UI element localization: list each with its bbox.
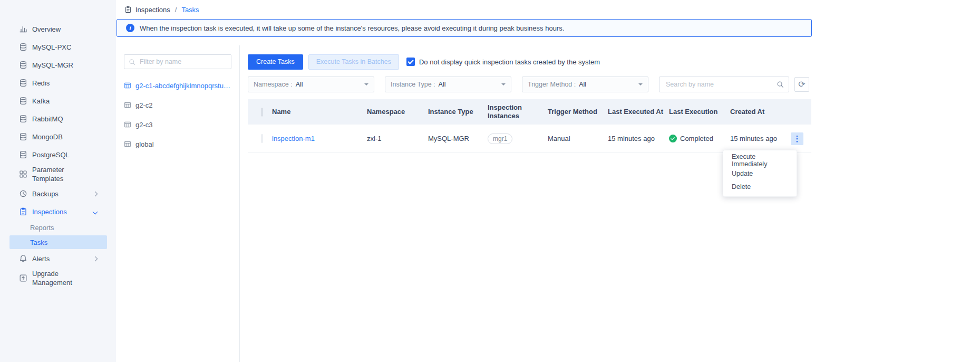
sidebar-item-mysql-mgr[interactable]: MySQL-MGR	[0, 56, 116, 74]
sidebar-item-reports[interactable]: Reports	[0, 221, 116, 235]
backups-icon	[19, 189, 27, 198]
breadcrumb-current[interactable]: Tasks	[181, 6, 199, 14]
menu-item-delete[interactable]: Delete	[723, 180, 797, 193]
refresh-button[interactable]: ⟳	[794, 77, 809, 92]
tree-item-g2-c2[interactable]: g2-c2	[124, 97, 231, 113]
cell-namespace: zxl-1	[367, 135, 428, 142]
hide-quick-tasks-label: Do not display quick inspection tasks cr…	[419, 58, 600, 66]
cluster-tree-panel: g2-c1-abcdefghijklmnopqrstuvwx... g2-c2 …	[116, 45, 240, 362]
instance-tag: mgr1	[488, 134, 512, 144]
breadcrumb: Inspections / Tasks	[116, 0, 980, 19]
sidebar-item-label: Upgrade Management	[32, 269, 85, 287]
tree-item-label: g2-c2	[135, 101, 153, 109]
tree-filter-input[interactable]	[139, 58, 227, 66]
sidebar-item-backups[interactable]: Backups	[0, 185, 116, 203]
select-all-checkbox[interactable]	[261, 108, 263, 117]
column-header-namespace: Namespace	[367, 104, 428, 119]
namespace-select[interactable]: Namespace : All	[248, 77, 374, 92]
tasks-table: Name Namespace Instance Type Inspection …	[248, 99, 811, 153]
sidebar-item-label: MySQL-MGR	[32, 61, 73, 70]
cell-instance-type: MySQL-MGR	[428, 135, 488, 142]
tree-item-global[interactable]: global	[124, 136, 231, 152]
cell-last-execution: Completed	[669, 135, 730, 142]
search-input[interactable]	[665, 80, 777, 89]
sidebar-item-redis[interactable]: Redis	[0, 74, 116, 92]
status-text: Completed	[680, 135, 713, 142]
inspections-breadcrumb-icon	[124, 6, 132, 13]
table-row: inspection-m1 zxl-1 MySQL-MGR mgr1 Manua…	[248, 125, 811, 153]
search-by-name	[659, 77, 789, 92]
overview-icon	[19, 25, 27, 33]
chevron-down-icon	[501, 83, 506, 85]
inspections-icon	[19, 207, 27, 216]
create-tasks-button[interactable]: Create Tasks	[248, 54, 303, 70]
instance-type-select[interactable]: Instance Type : All	[385, 77, 511, 92]
breadcrumb-separator: /	[175, 6, 177, 14]
sidebar-subitem-label: Reports	[30, 224, 54, 232]
column-header-inspection-instances: Inspection Instances	[488, 100, 548, 123]
tree-item-label: global	[135, 140, 154, 148]
sidebar-item-postgresql[interactable]: PostgreSQL	[0, 146, 116, 164]
sidebar-item-mongodb[interactable]: MongoDB	[0, 128, 116, 146]
sidebar-item-rabbitmq[interactable]: RabbitMQ	[0, 110, 116, 128]
mysql-pxc-icon	[19, 43, 27, 51]
info-alert: i When the inspection task is executed, …	[117, 19, 812, 37]
table-header: Name Namespace Instance Type Inspection …	[248, 99, 811, 125]
trigger-method-select-label: Trigger Method :	[528, 81, 576, 88]
namespace-select-value: All	[296, 81, 303, 88]
chevron-down-icon	[638, 83, 643, 85]
row-actions-kebab-icon[interactable]: ⋮	[791, 132, 803, 145]
tree-item-label: g2-c1-abcdefghijklmnopqrstuvwx...	[135, 82, 231, 90]
cluster-icon	[124, 121, 131, 128]
sidebar-item-label: MySQL-PXC	[32, 43, 71, 52]
sidebar-item-kafka[interactable]: Kafka	[0, 92, 116, 110]
row-checkbox[interactable]	[261, 134, 263, 143]
task-name-link[interactable]: inspection-m1	[272, 135, 315, 142]
sidebar-item-mysql-pxc[interactable]: MySQL-PXC	[0, 38, 116, 56]
cluster-icon	[124, 82, 131, 89]
chevron-down-icon	[93, 209, 97, 214]
sidebar-item-alerts[interactable]: Alerts	[0, 250, 116, 268]
tree-item-g2-c1[interactable]: g2-c1-abcdefghijklmnopqrstuvwx...	[124, 78, 231, 93]
menu-item-update[interactable]: Update	[723, 167, 797, 180]
column-header-last-execution: Last Execution	[669, 104, 730, 119]
chevron-right-icon	[93, 192, 97, 196]
postgresql-icon	[19, 150, 27, 159]
column-header-created-at: Created At	[730, 104, 783, 119]
menu-item-execute-immediately[interactable]: Execute Immediately	[723, 154, 797, 167]
execute-batches-button[interactable]: Execute Tasks in Batches	[308, 54, 399, 70]
hide-quick-tasks-checkbox[interactable]	[406, 58, 415, 66]
toolbar: Create Tasks Execute Tasks in Batches Do…	[248, 54, 980, 70]
trigger-method-select[interactable]: Trigger Method : All	[522, 77, 648, 92]
mysql-mgr-icon	[19, 61, 27, 69]
sidebar-item-label: Alerts	[32, 254, 50, 263]
tree-item-g2-c3[interactable]: g2-c3	[124, 117, 231, 132]
sidebar-subitem-label: Tasks	[30, 239, 47, 246]
column-header-last-executed-at: Last Executed At	[608, 104, 669, 119]
sidebar-item-inspections[interactable]: Inspections	[0, 203, 116, 221]
column-header-instance-type: Instance Type	[428, 104, 488, 119]
trigger-method-select-value: All	[579, 81, 586, 88]
tree-filter	[124, 54, 231, 69]
search-icon[interactable]	[777, 81, 784, 88]
search-icon	[129, 59, 135, 65]
cell-last-executed-at: 15 minutes ago	[608, 135, 669, 142]
sidebar-item-label: Parameter Templates	[32, 165, 85, 183]
instance-type-select-value: All	[439, 81, 446, 88]
sidebar-item-overview[interactable]: Overview	[0, 20, 116, 38]
instance-type-select-label: Instance Type :	[391, 81, 435, 88]
sidebar-item-upgrade-management[interactable]: Upgrade Management	[0, 268, 116, 289]
column-header-trigger-method: Trigger Method	[548, 104, 608, 119]
tasks-workspace: Create Tasks Execute Tasks in Batches Do…	[240, 45, 980, 362]
breadcrumb-section[interactable]: Inspections	[135, 6, 170, 14]
chevron-down-icon	[364, 83, 368, 85]
sidebar-item-label: Overview	[32, 25, 61, 34]
kafka-icon	[19, 97, 27, 105]
parameter-templates-icon	[19, 170, 27, 178]
column-header-name: Name	[272, 104, 367, 119]
sidebar-item-parameter-templates[interactable]: Parameter Templates	[0, 164, 116, 185]
upgrade-management-icon	[19, 274, 27, 282]
redis-icon	[19, 79, 27, 87]
sidebar-item-tasks[interactable]: Tasks	[9, 235, 107, 249]
sidebar-item-label: Kafka	[32, 97, 50, 106]
